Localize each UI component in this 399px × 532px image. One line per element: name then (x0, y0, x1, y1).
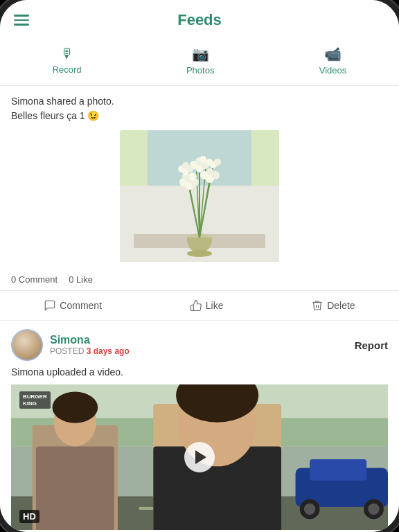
play-button[interactable] (184, 442, 215, 472)
like-button[interactable]: Like (184, 298, 229, 313)
flower-svg (120, 130, 279, 262)
header: Feeds (0, 0, 399, 40)
svg-point-33 (214, 159, 221, 166)
hamburger-line-1 (14, 15, 29, 17)
svg-rect-48 (36, 447, 114, 530)
post-1-image-container (11, 130, 388, 262)
post-card-2: Simona POSTED 3 days ago Report Simona u… (0, 321, 399, 532)
tab-photos[interactable]: 📷 Photos (172, 43, 228, 78)
bk-logo: BURGERKING (19, 391, 51, 409)
svg-point-44 (304, 504, 315, 515)
comment-button[interactable]: Comment (38, 298, 107, 313)
tab-bar: 🎙 Record 📷 Photos 📹 Videos (0, 40, 399, 86)
time-ago: 3 days ago (87, 346, 130, 356)
delete-label: Delete (327, 300, 355, 311)
tab-videos[interactable]: 📹 Videos (305, 43, 361, 78)
play-icon (195, 450, 206, 464)
page-title: Feeds (177, 11, 222, 29)
screen: Feeds 🎙 Record 📷 Photos 📹 Videos Simona … (0, 0, 399, 532)
microphone-icon: 🎙 (60, 46, 74, 62)
svg-point-5 (187, 250, 212, 257)
camera-icon: 📷 (192, 46, 209, 62)
svg-point-31 (182, 162, 189, 169)
tab-videos-label: Videos (319, 65, 347, 76)
post-1-actions: Comment Like Delete (0, 290, 399, 321)
hamburger-line-3 (14, 24, 29, 26)
like-icon (190, 299, 202, 312)
delete-button[interactable]: Delete (305, 298, 360, 313)
post-2-author-name: Simona (50, 334, 130, 346)
svg-point-46 (368, 504, 379, 515)
post-1-text: Simona shared a photo. Belles fleurs ça … (11, 94, 388, 123)
post-card-1: Simona shared a photo. Belles fleurs ça … (0, 86, 399, 321)
comment-icon (44, 299, 56, 312)
svg-point-17 (188, 172, 197, 181)
post-2-avatar (11, 329, 43, 361)
like-label: Like (206, 300, 224, 311)
tab-record-label: Record (53, 64, 82, 75)
phone-frame: Feeds 🎙 Record 📷 Photos 📹 Videos Simona … (0, 0, 399, 532)
post-2-description: Simona uploaded a video. (11, 366, 388, 378)
post-2-date: POSTED 3 days ago (50, 346, 130, 356)
post-1-line2: Belles fleurs ça 1 😉 (11, 110, 100, 121)
svg-point-34 (206, 159, 213, 166)
comment-label: Comment (60, 300, 102, 311)
tab-record[interactable]: 🎙 Record (39, 43, 96, 78)
delete-icon (311, 299, 323, 312)
posted-label: POSTED (50, 346, 84, 356)
post-2-header: Simona POSTED 3 days ago Report (11, 329, 388, 361)
video-container[interactable]: HD BURGERKING (11, 384, 388, 530)
tab-photos-label: Photos (186, 65, 214, 76)
avatar-image (12, 330, 42, 360)
post-2-meta: Simona POSTED 3 days ago (50, 334, 130, 356)
hamburger-menu[interactable] (14, 15, 29, 26)
post-1-like-count: 0 Like (69, 274, 93, 285)
hamburger-line-2 (14, 19, 29, 21)
svg-point-27 (206, 168, 213, 175)
video-icon: 📹 (324, 46, 342, 62)
post-2-author-info: Simona POSTED 3 days ago (11, 329, 130, 361)
svg-point-23 (200, 156, 206, 163)
hd-badge: HD (19, 510, 39, 523)
svg-rect-42 (310, 459, 366, 481)
post-1-stats: 0 Comment 0 Like (11, 269, 388, 290)
post-1-comment-count: 0 Comment (11, 274, 57, 285)
svg-point-50 (53, 392, 98, 423)
post-1-line1: Simona shared a photo. (11, 96, 114, 107)
report-button[interactable]: Report (355, 339, 388, 351)
post-1-image (120, 130, 279, 262)
